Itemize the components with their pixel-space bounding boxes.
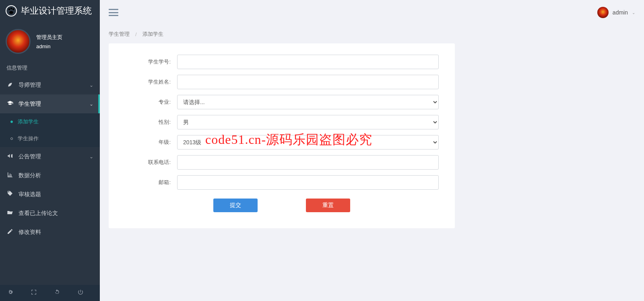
expand-icon[interactable] (31, 289, 37, 297)
sidebar-item-view-thesis[interactable]: 查看已上传论文 (0, 204, 100, 223)
breadcrumb-parent[interactable]: 学生管理 (109, 31, 130, 38)
bottom-tools (0, 285, 100, 301)
avatar (597, 7, 609, 18)
email-input[interactable] (177, 175, 439, 190)
chevron-down-icon: ⌄ (632, 10, 635, 15)
svg-point-2 (12, 8, 14, 10)
student-name-label: 学生姓名: (125, 78, 177, 86)
top-user-name: admin (613, 9, 628, 16)
chevron-down-icon: ⌄ (89, 154, 93, 160)
sidebar-item-analytics[interactable]: 数据分析 (0, 166, 100, 185)
grade-select[interactable]: 2013级 (177, 135, 439, 149)
paw-icon (6, 5, 17, 16)
section-label: 信息管理 (0, 62, 100, 76)
bar-chart-icon (6, 172, 14, 179)
reset-button[interactable]: 重置 (306, 199, 350, 212)
sidebar-item-label: 导师管理 (19, 82, 85, 89)
content: 学生管理 / 添加学生 学生学号: 学生姓名: 专业: 请选择... (100, 25, 644, 301)
major-select[interactable]: 请选择... (177, 95, 439, 109)
student-id-input[interactable] (177, 55, 439, 69)
brand: 毕业设计管理系统 (0, 0, 100, 22)
sidebar-item-tutor[interactable]: 导师管理 ⌄ (0, 76, 100, 94)
phone-label: 联系电话: (125, 159, 177, 166)
top-user-dropdown[interactable]: admin ⌄ (597, 7, 635, 18)
svg-point-0 (8, 8, 10, 10)
submit-button[interactable]: 提交 (213, 199, 258, 212)
form-panel: 学生学号: 学生姓名: 专业: 请选择... 性别: (109, 43, 455, 228)
sidebar-item-label: 审核选题 (19, 191, 93, 198)
nav: 导师管理 ⌄ 学生管理 ⌄ 添加学生 学生操作 公告管理 (0, 76, 100, 285)
sidebar: 毕业设计管理系统 管理员主页 admin 信息管理 导师管理 ⌄ 学生管理 ⌄ (0, 0, 100, 301)
sidebar-item-label: 学生管理 (19, 100, 85, 108)
brand-title: 毕业设计管理系统 (21, 5, 92, 17)
sidebar-item-announcement[interactable]: 公告管理 ⌄ (0, 147, 100, 166)
main: admin ⌄ 学生管理 / 添加学生 学生学号: 学生姓名: (100, 0, 644, 301)
sidebar-subitem-label: 学生操作 (18, 135, 39, 142)
svg-point-1 (10, 8, 12, 9)
user-role[interactable]: 管理员主页 (36, 34, 62, 41)
leaf-icon (6, 81, 14, 89)
sidebar-subitem-student-ops[interactable]: 学生操作 (0, 130, 100, 147)
edit-icon (6, 228, 14, 236)
user-panel: 管理员主页 admin (0, 22, 100, 62)
gender-select[interactable]: 男 (177, 115, 439, 129)
sidebar-item-edit-profile[interactable]: 修改资料 (0, 223, 100, 242)
submenu-student: 添加学生 学生操作 (0, 113, 100, 147)
menu-toggle-icon[interactable] (109, 9, 118, 16)
sidebar-item-student[interactable]: 学生管理 ⌄ (0, 94, 100, 113)
folder-open-icon (6, 209, 14, 217)
sidebar-subitem-label: 添加学生 (18, 118, 39, 125)
topbar: admin ⌄ (100, 0, 644, 25)
bullet-icon (10, 137, 13, 140)
sidebar-item-label: 查看已上传论文 (19, 210, 93, 217)
phone-input[interactable] (177, 155, 439, 170)
chevron-down-icon: ⌄ (89, 82, 93, 88)
sidebar-subitem-add-student[interactable]: 添加学生 (0, 113, 100, 130)
svg-point-3 (9, 11, 13, 14)
breadcrumb: 学生管理 / 添加学生 (109, 25, 635, 43)
bullhorn-icon (6, 153, 14, 160)
email-label: 邮箱: (125, 179, 177, 186)
student-name-input[interactable] (177, 75, 439, 89)
chevron-down-icon: ⌄ (89, 101, 93, 107)
power-icon[interactable] (77, 289, 84, 297)
breadcrumb-current: 添加学生 (142, 31, 163, 38)
tag-icon (6, 190, 14, 198)
grad-cap-icon (6, 100, 14, 108)
breadcrumb-separator: / (135, 31, 137, 37)
avatar (6, 29, 31, 54)
sidebar-item-review-topic[interactable]: 审核选题 (0, 185, 100, 204)
bullet-icon (10, 121, 13, 123)
sidebar-item-label: 数据分析 (19, 172, 93, 179)
major-label: 专业: (125, 98, 177, 106)
user-name: admin (36, 43, 62, 49)
student-id-label: 学生学号: (125, 58, 177, 66)
grade-label: 年级: (125, 139, 177, 146)
refresh-icon[interactable] (54, 289, 60, 297)
sidebar-item-label: 修改资料 (19, 229, 93, 236)
gear-icon[interactable] (7, 289, 14, 297)
gender-label: 性别: (125, 119, 177, 126)
sidebar-item-label: 公告管理 (19, 153, 85, 160)
